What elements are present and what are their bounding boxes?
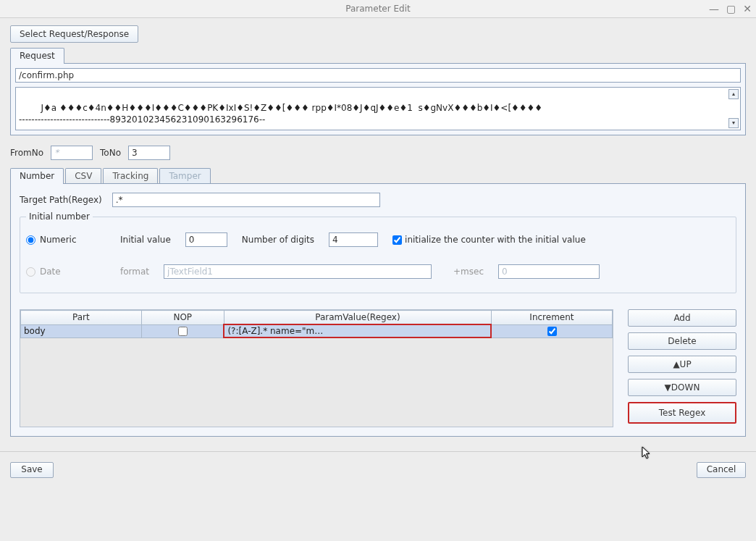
to-no-input[interactable] — [128, 146, 170, 160]
initial-number-legend: Initial number — [26, 211, 93, 222]
col-part[interactable]: Part — [21, 311, 142, 325]
tab-number[interactable]: Number — [10, 168, 64, 184]
tab-tracking[interactable]: Tracking — [103, 168, 158, 184]
format-input — [164, 264, 432, 279]
delete-button[interactable]: Delete — [628, 332, 736, 350]
digits-input[interactable] — [329, 232, 378, 247]
col-increment[interactable]: Increment — [491, 311, 612, 325]
scroll-up-icon[interactable]: ▴ — [728, 89, 739, 99]
scrollbar[interactable]: ▴ ▾ — [728, 89, 739, 128]
col-nop[interactable]: NOP — [141, 311, 224, 325]
increment-checkbox[interactable] — [547, 327, 557, 336]
tab-request[interactable]: Request — [10, 48, 64, 64]
request-body-text: J♦a ♦♦♦c♦4n♦♦H♦♦♦I♦♦♦C♦♦♦PK♦IxI♦S!♦Z♦♦[♦… — [19, 103, 542, 125]
add-button[interactable]: Add — [628, 309, 736, 327]
from-no-input[interactable] — [51, 146, 93, 160]
request-body-textarea[interactable]: J♦a ♦♦♦c♦4n♦♦H♦♦♦I♦♦♦C♦♦♦PK♦IxI♦S!♦Z♦♦[♦… — [15, 87, 741, 130]
target-path-label: Target Path(Regex) — [20, 195, 102, 205]
numeric-label: Numeric — [40, 235, 77, 245]
cancel-button[interactable]: Cancel — [697, 462, 746, 478]
minimize-icon[interactable]: — — [709, 3, 719, 14]
cell-increment[interactable] — [491, 324, 612, 337]
initial-number-fieldset: Initial number Numeric Initial value Num… — [20, 211, 736, 293]
titlebar: Parameter Edit — ▢ ✕ — [0, 0, 756, 18]
tab-csv[interactable]: CSV — [65, 168, 101, 184]
param-table[interactable]: Part NOP ParamValue(Regex) Increment bod… — [20, 309, 613, 427]
number-pane: Target Path(Regex) Initial number Numeri… — [10, 183, 746, 437]
select-request-response-button[interactable]: Select Request/Response — [10, 25, 138, 43]
date-label: Date — [40, 267, 61, 277]
from-to-row: FromNo ToNo — [10, 146, 746, 160]
test-regex-button[interactable]: Test Regex — [628, 402, 736, 424]
msec-input — [498, 264, 600, 279]
window-title: Parameter Edit — [345, 4, 410, 14]
init-counter-checkbox[interactable] — [392, 235, 402, 245]
init-counter-label: initialize the counter with the initial … — [405, 235, 586, 245]
window-controls: — ▢ ✕ — [709, 0, 752, 17]
tab-tamper: Tamper — [159, 168, 210, 184]
col-paramvalue[interactable]: ParamValue(Regex) — [224, 311, 491, 325]
from-no-label: FromNo — [10, 148, 43, 158]
date-radio — [26, 267, 35, 277]
initial-value-input[interactable] — [185, 232, 227, 247]
save-button[interactable]: Save — [10, 462, 54, 478]
table-row[interactable]: body (?:[A-Z].* name="m… — [21, 324, 613, 337]
to-no-label: ToNo — [100, 148, 121, 158]
request-url-input[interactable] — [15, 68, 741, 83]
scroll-down-icon[interactable]: ▾ — [728, 118, 739, 128]
up-button[interactable]: ▲UP — [628, 356, 736, 373]
cell-part[interactable]: body — [21, 324, 142, 337]
close-icon[interactable]: ✕ — [743, 3, 752, 14]
cell-nop[interactable] — [141, 324, 224, 337]
msec-label: +msec — [453, 267, 484, 277]
request-pane: J♦a ♦♦♦c♦4n♦♦H♦♦♦I♦♦♦C♦♦♦PK♦IxI♦S!♦Z♦♦[♦… — [10, 63, 746, 135]
down-button[interactable]: ▼DOWN — [628, 379, 736, 396]
cell-paramvalue[interactable]: (?:[A-Z].* name="m… — [224, 324, 491, 337]
digits-label: Number of digits — [242, 235, 314, 245]
initial-value-label: Initial value — [120, 235, 171, 245]
numeric-radio[interactable] — [26, 235, 35, 245]
format-label: format — [120, 267, 149, 277]
nop-checkbox[interactable] — [178, 327, 188, 336]
target-path-input[interactable] — [112, 193, 380, 207]
maximize-icon[interactable]: ▢ — [726, 3, 736, 14]
